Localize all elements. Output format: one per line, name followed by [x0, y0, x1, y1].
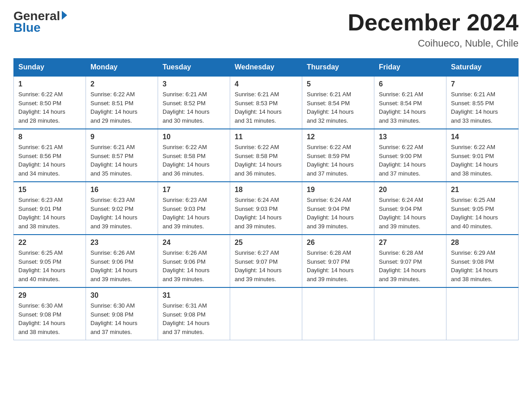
calendar-week-row: 15 Sunrise: 6:23 AMSunset: 9:01 PMDaylig…	[14, 182, 519, 235]
calendar-cell: 16 Sunrise: 6:23 AMSunset: 9:02 PMDaylig…	[86, 182, 158, 235]
calendar-week-row: 8 Sunrise: 6:21 AMSunset: 8:56 PMDayligh…	[14, 129, 519, 182]
day-info: Sunrise: 6:27 AMSunset: 9:07 PMDaylight:…	[235, 249, 282, 283]
logo: General Blue	[13, 9, 67, 35]
location: Coihueco, Nuble, Chile	[348, 38, 519, 49]
calendar-cell: 23 Sunrise: 6:26 AMSunset: 9:06 PMDaylig…	[86, 235, 158, 287]
logo-arrow-icon	[62, 11, 67, 20]
day-info: Sunrise: 6:31 AMSunset: 9:08 PMDaylight:…	[163, 302, 210, 335]
title-section: December 2024 Coihueco, Nuble, Chile	[348, 9, 519, 49]
day-number: 5	[307, 80, 369, 88]
calendar-cell: 6 Sunrise: 6:21 AMSunset: 8:54 PMDayligh…	[374, 76, 446, 129]
day-number: 9	[90, 133, 153, 141]
day-number: 10	[163, 133, 225, 141]
day-number: 13	[379, 133, 442, 141]
weekday-header-thursday: Thursday	[302, 59, 374, 77]
calendar-cell: 1 Sunrise: 6:22 AMSunset: 8:50 PMDayligh…	[14, 76, 86, 129]
day-number: 31	[163, 291, 225, 300]
weekday-header-saturday: Saturday	[446, 59, 519, 77]
calendar-cell	[446, 287, 519, 340]
calendar-cell	[230, 287, 302, 340]
calendar-cell: 15 Sunrise: 6:23 AMSunset: 9:01 PMDaylig…	[14, 182, 86, 235]
day-number: 27	[379, 239, 442, 247]
calendar-cell: 19 Sunrise: 6:24 AMSunset: 9:04 PMDaylig…	[302, 182, 374, 235]
day-number: 21	[451, 186, 514, 194]
calendar-cell: 9 Sunrise: 6:21 AMSunset: 8:57 PMDayligh…	[86, 129, 158, 182]
day-number: 4	[235, 80, 297, 88]
calendar-cell: 21 Sunrise: 6:25 AMSunset: 9:05 PMDaylig…	[446, 182, 519, 235]
day-info: Sunrise: 6:24 AMSunset: 9:04 PMDaylight:…	[379, 197, 426, 230]
calendar-cell: 31 Sunrise: 6:31 AMSunset: 9:08 PMDaylig…	[158, 287, 230, 340]
calendar-cell: 24 Sunrise: 6:26 AMSunset: 9:06 PMDaylig…	[158, 235, 230, 287]
calendar-cell: 20 Sunrise: 6:24 AMSunset: 9:04 PMDaylig…	[374, 182, 446, 235]
day-number: 12	[307, 133, 369, 141]
day-number: 22	[18, 239, 81, 247]
calendar-cell: 8 Sunrise: 6:21 AMSunset: 8:56 PMDayligh…	[14, 129, 86, 182]
day-info: Sunrise: 6:22 AMSunset: 8:58 PMDaylight:…	[163, 144, 210, 177]
calendar-table: SundayMondayTuesdayWednesdayThursdayFrid…	[13, 58, 519, 340]
day-info: Sunrise: 6:29 AMSunset: 9:08 PMDaylight:…	[451, 249, 498, 283]
calendar-cell	[374, 287, 446, 340]
day-number: 23	[90, 239, 153, 247]
weekday-header-sunday: Sunday	[14, 59, 86, 77]
calendar-cell: 12 Sunrise: 6:22 AMSunset: 8:59 PMDaylig…	[302, 129, 374, 182]
day-info: Sunrise: 6:21 AMSunset: 8:54 PMDaylight:…	[379, 91, 426, 124]
calendar-cell: 7 Sunrise: 6:21 AMSunset: 8:55 PMDayligh…	[446, 76, 519, 129]
day-info: Sunrise: 6:21 AMSunset: 8:52 PMDaylight:…	[163, 91, 210, 124]
weekday-header-friday: Friday	[374, 59, 446, 77]
calendar-cell: 3 Sunrise: 6:21 AMSunset: 8:52 PMDayligh…	[158, 76, 230, 129]
day-number: 20	[379, 186, 442, 194]
day-number: 11	[235, 133, 297, 141]
day-number: 1	[18, 80, 81, 88]
day-info: Sunrise: 6:30 AMSunset: 9:08 PMDaylight:…	[90, 302, 137, 335]
day-info: Sunrise: 6:21 AMSunset: 8:57 PMDaylight:…	[90, 144, 137, 177]
calendar-cell	[302, 287, 374, 340]
day-number: 24	[163, 239, 225, 247]
calendar-cell: 17 Sunrise: 6:23 AMSunset: 9:03 PMDaylig…	[158, 182, 230, 235]
day-number: 17	[163, 186, 225, 194]
day-info: Sunrise: 6:23 AMSunset: 9:01 PMDaylight:…	[18, 197, 65, 230]
calendar-cell: 5 Sunrise: 6:21 AMSunset: 8:54 PMDayligh…	[302, 76, 374, 129]
day-number: 15	[18, 186, 81, 194]
calendar-cell: 2 Sunrise: 6:22 AMSunset: 8:51 PMDayligh…	[86, 76, 158, 129]
calendar-week-row: 22 Sunrise: 6:25 AMSunset: 9:05 PMDaylig…	[14, 235, 519, 287]
logo-blue-text: Blue	[13, 21, 41, 35]
day-info: Sunrise: 6:23 AMSunset: 9:02 PMDaylight:…	[90, 197, 137, 230]
day-number: 19	[307, 186, 369, 194]
day-info: Sunrise: 6:30 AMSunset: 9:08 PMDaylight:…	[18, 302, 65, 335]
day-info: Sunrise: 6:24 AMSunset: 9:03 PMDaylight:…	[235, 197, 282, 230]
day-info: Sunrise: 6:21 AMSunset: 8:56 PMDaylight:…	[18, 144, 65, 177]
day-info: Sunrise: 6:24 AMSunset: 9:04 PMDaylight:…	[307, 197, 354, 230]
calendar-cell: 14 Sunrise: 6:22 AMSunset: 9:01 PMDaylig…	[446, 129, 519, 182]
day-info: Sunrise: 6:26 AMSunset: 9:06 PMDaylight:…	[90, 249, 137, 283]
day-number: 16	[90, 186, 153, 194]
calendar-header-row: SundayMondayTuesdayWednesdayThursdayFrid…	[14, 59, 519, 77]
day-info: Sunrise: 6:26 AMSunset: 9:06 PMDaylight:…	[163, 249, 210, 283]
month-title: December 2024	[348, 9, 519, 36]
day-info: Sunrise: 6:25 AMSunset: 9:05 PMDaylight:…	[18, 249, 65, 283]
calendar-cell: 25 Sunrise: 6:27 AMSunset: 9:07 PMDaylig…	[230, 235, 302, 287]
calendar-week-row: 1 Sunrise: 6:22 AMSunset: 8:50 PMDayligh…	[14, 76, 519, 129]
day-info: Sunrise: 6:21 AMSunset: 8:55 PMDaylight:…	[451, 91, 498, 124]
day-info: Sunrise: 6:21 AMSunset: 8:53 PMDaylight:…	[235, 91, 282, 124]
calendar-cell: 30 Sunrise: 6:30 AMSunset: 9:08 PMDaylig…	[86, 287, 158, 340]
day-number: 14	[451, 133, 514, 141]
day-number: 28	[451, 239, 514, 247]
day-info: Sunrise: 6:28 AMSunset: 9:07 PMDaylight:…	[379, 249, 426, 283]
day-info: Sunrise: 6:21 AMSunset: 8:54 PMDaylight:…	[307, 91, 354, 124]
calendar-cell: 28 Sunrise: 6:29 AMSunset: 9:08 PMDaylig…	[446, 235, 519, 287]
day-number: 26	[307, 239, 369, 247]
weekday-header-wednesday: Wednesday	[230, 59, 302, 77]
calendar-cell: 29 Sunrise: 6:30 AMSunset: 9:08 PMDaylig…	[14, 287, 86, 340]
day-number: 29	[18, 291, 81, 300]
calendar-week-row: 29 Sunrise: 6:30 AMSunset: 9:08 PMDaylig…	[14, 287, 519, 340]
day-info: Sunrise: 6:22 AMSunset: 9:00 PMDaylight:…	[379, 144, 426, 177]
day-number: 6	[379, 80, 442, 88]
calendar-cell: 27 Sunrise: 6:28 AMSunset: 9:07 PMDaylig…	[374, 235, 446, 287]
day-info: Sunrise: 6:22 AMSunset: 8:59 PMDaylight:…	[307, 144, 354, 177]
day-info: Sunrise: 6:22 AMSunset: 8:50 PMDaylight:…	[18, 91, 65, 124]
day-info: Sunrise: 6:22 AMSunset: 8:58 PMDaylight:…	[235, 144, 282, 177]
day-number: 30	[90, 291, 153, 300]
day-number: 7	[451, 80, 514, 88]
day-info: Sunrise: 6:28 AMSunset: 9:07 PMDaylight:…	[307, 249, 354, 283]
calendar-cell: 11 Sunrise: 6:22 AMSunset: 8:58 PMDaylig…	[230, 129, 302, 182]
